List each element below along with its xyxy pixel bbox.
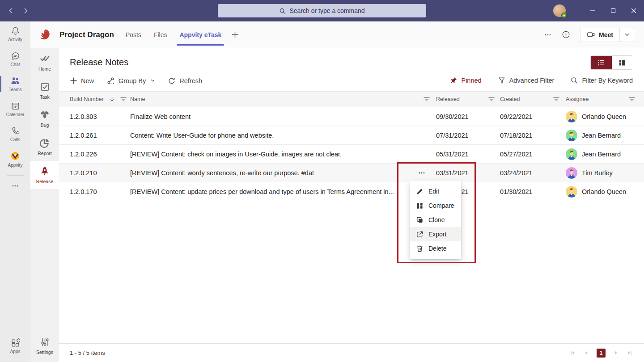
more-apps-icon[interactable] — [0, 179, 30, 193]
list-view-button[interactable] — [591, 56, 612, 69]
meet-dropdown-icon[interactable] — [619, 28, 634, 42]
column-header-released[interactable]: Released — [436, 96, 500, 102]
column-header-build-number[interactable]: Build Number — [70, 96, 130, 102]
funnel-icon — [498, 76, 506, 84]
cell-assignee: Jean Bernard — [566, 148, 644, 160]
meet-button[interactable]: Meet — [580, 28, 634, 42]
rail-item-calendar[interactable]: Calender — [0, 97, 30, 122]
next-page-icon[interactable] — [613, 350, 619, 356]
filter-icon[interactable] — [424, 97, 430, 102]
rail-item-chat[interactable]: Chat — [0, 46, 30, 72]
first-page-icon[interactable] — [570, 350, 576, 356]
menu-item-export[interactable]: Export — [410, 227, 461, 241]
cell-build-number: 1.2.0.170 — [70, 188, 130, 195]
rail-item-activity[interactable]: Activity — [0, 21, 30, 46]
rail-divider — [7, 175, 24, 176]
bell-icon — [11, 26, 20, 36]
rail-item-appvity[interactable]: Appvity — [0, 147, 30, 172]
filter-icon[interactable] — [120, 97, 127, 102]
release-notes-panel: Release Notes New Group By Refresh Pinne… — [59, 48, 644, 362]
channel-more-icon[interactable] — [544, 31, 552, 39]
last-page-icon[interactable] — [627, 350, 632, 356]
sidebar-item-bug[interactable]: Bug — [30, 105, 59, 133]
table-body: 1.2.0.303 Finalize Web content 09/30/202… — [59, 107, 644, 201]
cell-build-number: 1.2.0.303 — [70, 113, 130, 120]
minimize-button[interactable] — [582, 0, 603, 21]
plus-icon — [70, 77, 77, 84]
cell-assignee: Orlando Queen — [566, 186, 644, 198]
view-toggle — [590, 55, 633, 70]
filter-icon[interactable] — [553, 97, 559, 102]
titlebar-divider — [574, 5, 574, 17]
assignee-name: Orlando Queen — [582, 188, 626, 195]
table-row[interactable]: 1.2.0.261 Content: Write User-Guide for … — [59, 126, 644, 145]
info-icon[interactable] — [562, 30, 570, 39]
sidebar-item-settings[interactable]: Settings — [30, 333, 59, 358]
sidebar-item-release[interactable]: Release — [30, 161, 59, 189]
teams-title-bar: Search or type a command — [0, 0, 644, 21]
column-header-created[interactable]: Created — [500, 96, 566, 102]
table-row[interactable]: 1.2.0.226 [REVIEW] Content: check on ima… — [59, 145, 644, 164]
refresh-icon — [168, 77, 176, 85]
board-view-button[interactable] — [612, 56, 633, 69]
chevron-down-icon — [150, 78, 155, 83]
rail-item-teams[interactable]: Teams — [0, 72, 30, 97]
maximize-button[interactable] — [603, 0, 623, 21]
row-more-actions-icon[interactable] — [416, 167, 428, 179]
tab-appvity-etask[interactable]: Appvity eTask — [179, 21, 221, 48]
sidebar-item-home[interactable]: Home — [30, 48, 59, 76]
assignee-name: Jean Bernard — [582, 151, 621, 158]
column-header-name[interactable]: Name — [130, 96, 436, 102]
cell-build-number: 1.2.0.210 — [70, 169, 130, 177]
rail-item-apps[interactable]: Apps — [0, 334, 30, 358]
table-row[interactable]: 1.2.0.210 [REVIEW] Content: wordy senten… — [59, 164, 644, 182]
refresh-button[interactable]: Refresh — [168, 77, 202, 85]
pinned-button[interactable]: Pinned — [449, 76, 481, 84]
row-context-menu: Edit Compare Clone Export Delete — [410, 181, 461, 259]
cell-created: 09/22/2021 — [500, 113, 566, 120]
compare-icon — [416, 202, 424, 210]
filter-keyword-button[interactable]: Filter By Keyword — [570, 76, 633, 84]
user-avatar[interactable] — [553, 4, 566, 17]
search-input[interactable]: Search or type a command — [218, 4, 426, 17]
edit-icon — [416, 188, 424, 195]
sort-descending-icon[interactable] — [109, 96, 115, 102]
settings-sliders-icon — [40, 337, 50, 347]
forward-icon[interactable] — [21, 6, 30, 15]
current-page-button[interactable]: 1 — [597, 349, 606, 358]
menu-item-clone[interactable]: Clone — [410, 213, 461, 227]
channel-header: Project Dragon Posts Files Appvity eTask… — [30, 21, 644, 48]
filter-icon[interactable] — [488, 97, 495, 102]
group-by-button[interactable]: Group By — [106, 76, 155, 85]
sidebar-item-report[interactable]: Report — [30, 133, 59, 161]
menu-item-edit[interactable]: Edit — [410, 184, 461, 198]
back-icon[interactable] — [6, 6, 15, 15]
table-row[interactable]: 1.2.0.303 Finalize Web content 09/30/202… — [59, 107, 644, 126]
close-button[interactable] — [623, 0, 644, 21]
advanced-filter-button[interactable]: Advanced Filter — [498, 76, 555, 84]
meet-label: Meet — [599, 31, 613, 38]
menu-item-delete[interactable]: Delete — [410, 241, 461, 256]
menu-item-compare[interactable]: Compare — [410, 198, 461, 213]
column-header-assignee[interactable]: Assignee — [566, 96, 644, 102]
new-button[interactable]: New — [70, 77, 94, 84]
sidebar-item-task[interactable]: Task — [30, 76, 59, 105]
tab-files[interactable]: Files — [154, 21, 167, 48]
status-available-icon — [561, 13, 567, 18]
previous-page-icon[interactable] — [583, 350, 589, 356]
app-rail: Activity Chat Teams Calender Calls Appvi… — [0, 21, 30, 362]
teams-icon — [10, 76, 20, 86]
table-row[interactable]: 1.2.0.170 [REVIEW] Content: update price… — [59, 182, 644, 201]
rail-item-calls[interactable]: Calls — [0, 122, 30, 147]
add-tab-icon[interactable] — [231, 31, 239, 38]
cell-created: 05/27/2021 — [500, 151, 566, 158]
cell-released: 07/31/2021 — [436, 132, 500, 139]
phone-icon — [11, 126, 20, 136]
filter-icon[interactable] — [629, 97, 635, 102]
cell-name: Finalize Web content — [130, 113, 436, 120]
cell-assignee: Tim Burley — [566, 167, 644, 179]
report-icon — [39, 138, 50, 148]
rocket-icon — [39, 166, 50, 177]
tab-posts[interactable]: Posts — [126, 21, 141, 48]
cell-name: [REVIEW] Content: wordy sentences, re-wr… — [130, 169, 436, 177]
